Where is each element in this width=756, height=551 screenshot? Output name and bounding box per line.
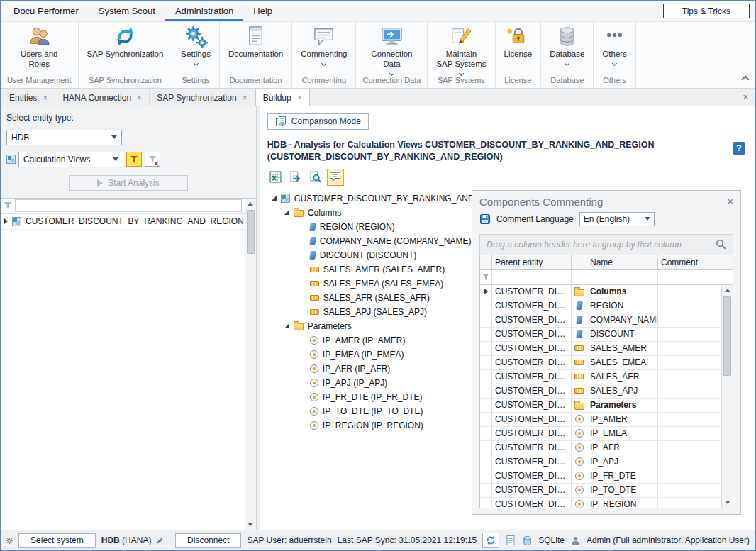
- entity-type-dropdown[interactable]: Calculation Views: [18, 152, 123, 167]
- entity-list-scrollbar[interactable]: [245, 199, 256, 530]
- tab-close-icon[interactable]: ×: [243, 93, 248, 103]
- system-dropdown[interactable]: HDB: [6, 130, 122, 145]
- commenting-toggle-button[interactable]: [327, 169, 344, 186]
- users-and-roles-button[interactable]: Users and Roles: [16, 24, 62, 70]
- gear-icon[interactable]: [6, 535, 13, 546]
- comment-cell[interactable]: [658, 328, 721, 341]
- comment-cell[interactable]: [658, 356, 721, 369]
- connection-data-button[interactable]: Connection Data: [366, 24, 417, 76]
- disconnect-button[interactable]: Disconnect: [175, 533, 241, 548]
- scroll-up-button[interactable]: [722, 285, 733, 296]
- comment-cell[interactable]: [658, 484, 721, 497]
- comment-cell[interactable]: [658, 441, 721, 455]
- calculation-view-icon: [12, 217, 21, 226]
- comparison-mode-button[interactable]: Comparison Mode: [267, 113, 369, 130]
- save-disk-icon[interactable]: [479, 213, 491, 225]
- comment-cell[interactable]: [658, 427, 721, 440]
- ribbon-collapse-chevron-icon[interactable]: [741, 75, 749, 83]
- table-row[interactable]: CUSTOMER_DISCOUNT_BY_RANKING_AND_REGIONI…: [480, 413, 721, 427]
- table-row[interactable]: CUSTOMER_DISCOUNT_BY_RANKING_AND_REGIONI…: [480, 427, 721, 441]
- table-row[interactable]: CUSTOMER_DISCOUNT_BY_RANKING_AND_REGIONS…: [480, 384, 721, 399]
- table-row[interactable]: CUSTOMER_DISCOUNT_BY_RANKING_AND_REGIONS…: [480, 342, 721, 356]
- scroll-up-button[interactable]: [245, 199, 256, 209]
- comment-cell[interactable]: [658, 384, 721, 398]
- table-row[interactable]: CUSTOMER_DISCOUNT_BY_RANKING_AND_REGIONI…: [480, 469, 721, 484]
- comment-cell[interactable]: [658, 413, 721, 426]
- comment-cell[interactable]: [658, 399, 721, 412]
- entity-list-item[interactable]: CUSTOMER_DISCOUNT_BY_RANKING_AND_REGION: [1, 214, 256, 230]
- scroll-down-button[interactable]: [245, 519, 256, 530]
- column-header-comment[interactable]: Comment: [658, 255, 733, 269]
- comment-cell[interactable]: [658, 455, 721, 469]
- clear-filter-button[interactable]: ×: [145, 152, 160, 167]
- tab-close-icon[interactable]: ×: [297, 93, 302, 103]
- select-system-button[interactable]: Select system: [18, 533, 96, 548]
- tab-buildup[interactable]: Buildup×: [255, 89, 310, 106]
- table-row[interactable]: CUSTOMER_DISCOUNT_BY_RANKING_AND_REGIONS…: [480, 356, 721, 370]
- tab-entities[interactable]: Entities×: [2, 90, 55, 106]
- menu-help[interactable]: Help: [243, 1, 282, 21]
- comment-cell[interactable]: [658, 313, 721, 327]
- tab-sap-synchronization[interactable]: SAP Synchronization×: [150, 90, 255, 106]
- preview-button[interactable]: [307, 169, 324, 186]
- refresh-button[interactable]: [482, 533, 499, 548]
- column-header-parent-entity[interactable]: Parent entity: [492, 255, 572, 269]
- tab-hana-connection[interactable]: HANA Connection×: [55, 90, 150, 106]
- start-analysis-button[interactable]: Start Analysis: [69, 175, 188, 191]
- scroll-down-button[interactable]: [722, 497, 733, 508]
- table-row[interactable]: CUSTOMER_DISCOUNT_BY_RANKING_AND_REGIONR…: [480, 299, 721, 313]
- table-row[interactable]: CUSTOMER_DISCOUNT_BY_RANKING_AND_REGIONI…: [480, 455, 721, 469]
- expander-collapsed-icon[interactable]: [4, 218, 8, 224]
- table-row[interactable]: CUSTOMER_DISCOUNT_BY_RANKING_AND_REGIONS…: [480, 370, 721, 384]
- table-row[interactable]: CUSTOMER_DISCOUNT_BY_RANKING_AND_REGIONC…: [480, 285, 721, 299]
- comment-cell[interactable]: [658, 370, 721, 384]
- tab-close-icon[interactable]: ×: [43, 93, 48, 103]
- menu-system-scout[interactable]: System Scout: [89, 1, 165, 21]
- commenting-button[interactable]: Commenting: [296, 24, 352, 66]
- comment-cell[interactable]: [658, 469, 721, 483]
- menu-docu-performer[interactable]: Docu Performer: [4, 1, 89, 21]
- table-row[interactable]: CUSTOMER_DISCOUNT_BY_RANKING_AND_REGIONC…: [480, 313, 721, 328]
- comment-language-dropdown[interactable]: En (English): [579, 212, 655, 226]
- group-by-bar[interactable]: Drag a column header here to group by th…: [479, 234, 733, 255]
- column-header-name[interactable]: Name: [587, 255, 658, 269]
- panel-close-icon[interactable]: ×: [728, 196, 733, 206]
- log-document-icon[interactable]: [505, 535, 516, 546]
- comment-cell[interactable]: [658, 285, 721, 299]
- tab-close-icon[interactable]: ×: [137, 93, 142, 103]
- filter-edit-button[interactable]: [126, 152, 142, 167]
- table-scrollbar[interactable]: [721, 285, 733, 508]
- entity-filter-input[interactable]: [15, 199, 242, 212]
- comment-cell[interactable]: [658, 299, 721, 313]
- settings-button[interactable]: Settings: [176, 24, 216, 66]
- search-icon[interactable]: [716, 239, 726, 250]
- table-row[interactable]: CUSTOMER_DISCOUNT_BY_RANKING_AND_REGIONI…: [480, 441, 721, 455]
- help-button[interactable]: ?: [733, 142, 745, 155]
- expander-expanded-icon[interactable]: [272, 196, 277, 201]
- table-row[interactable]: CUSTOMER_DISCOUNT_BY_RANKING_AND_REGIONI…: [480, 484, 721, 498]
- others-button[interactable]: Others: [597, 24, 632, 66]
- tips-and-tricks-button[interactable]: Tips & Tricks: [663, 4, 750, 18]
- scroll-thumb[interactable]: [723, 296, 731, 376]
- database-button[interactable]: Database: [545, 24, 589, 66]
- scroll-thumb[interactable]: [247, 210, 255, 254]
- maintain-sap-systems-button[interactable]: Maintain SAP Systems: [431, 24, 491, 76]
- expander-expanded-icon[interactable]: [284, 210, 289, 215]
- table-row[interactable]: CUSTOMER_DISCOUNT_BY_RANKING_AND_REGIONP…: [480, 399, 721, 413]
- documentation-button[interactable]: Documentation: [223, 24, 288, 60]
- license-button[interactable]: License: [499, 24, 538, 60]
- name-cell: IP_REGION: [587, 498, 658, 508]
- entity-list-filter-row[interactable]: [1, 199, 256, 214]
- menu-administration[interactable]: Administration: [165, 1, 243, 21]
- expander-expanded-icon[interactable]: [284, 323, 289, 328]
- table-filter-row[interactable]: [480, 270, 733, 285]
- sap-synchronization-button[interactable]: SAP Synchronization: [82, 24, 169, 60]
- table-row[interactable]: CUSTOMER_DISCOUNT_BY_RANKING_AND_REGIOND…: [480, 328, 721, 342]
- export-button[interactable]: [287, 169, 304, 186]
- tabbar-close-icon[interactable]: ×: [743, 91, 748, 102]
- export-excel-button[interactable]: [267, 169, 284, 186]
- comment-cell[interactable]: [658, 498, 721, 508]
- comment-cell[interactable]: [658, 342, 721, 355]
- table-row[interactable]: CUSTOMER_DISCOUNT_BY_RANKING_AND_REGIONI…: [480, 498, 721, 508]
- funnel-icon: [130, 156, 138, 163]
